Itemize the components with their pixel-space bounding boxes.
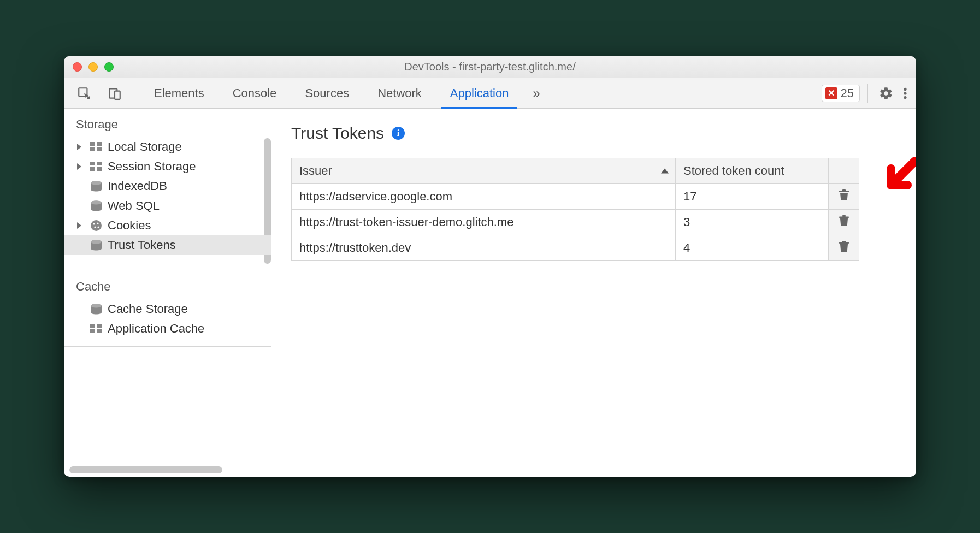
svg-rect-27	[90, 324, 95, 328]
trash-icon	[839, 189, 849, 200]
divider	[64, 346, 271, 347]
svg-point-19	[93, 223, 95, 224]
tab-label: Sources	[305, 86, 349, 100]
cell-count: 17	[676, 184, 829, 210]
chevron-right-icon	[77, 222, 81, 229]
info-icon[interactable]: i	[392, 127, 405, 140]
sidebar-item-trust-tokens[interactable]: Trust Tokens	[64, 235, 271, 255]
svg-rect-8	[90, 147, 95, 151]
grid-icon	[90, 162, 102, 171]
column-header-count[interactable]: Stored token count	[676, 158, 829, 184]
settings-button[interactable]	[876, 83, 896, 104]
delete-button[interactable]	[839, 241, 849, 252]
table-row[interactable]: https://trust-token-issuer-demo.glitch.m…	[292, 210, 859, 235]
column-header-issuer[interactable]: Issuer	[292, 158, 676, 184]
devtools-window: DevTools - first-party-test.glitch.me/ E…	[64, 56, 916, 477]
more-menu-button[interactable]	[900, 83, 911, 104]
error-count-badge[interactable]: ✕ 25	[822, 85, 860, 102]
sidebar-section-cache: Cache	[64, 271, 271, 299]
column-label: Issuer	[299, 164, 332, 177]
sidebar-item-cache-storage[interactable]: Cache Storage	[64, 299, 271, 319]
cookie-icon	[90, 220, 102, 232]
svg-point-18	[91, 220, 102, 231]
svg-rect-36	[842, 241, 846, 242]
sidebar-item-web-sql[interactable]: Web SQL	[64, 196, 271, 216]
svg-point-15	[91, 181, 102, 185]
trust-tokens-table: Issuer Stored token count https://adserv…	[291, 158, 859, 261]
sidebar-section-storage: Storage	[64, 109, 271, 137]
error-icon: ✕	[825, 87, 837, 99]
svg-rect-28	[97, 324, 102, 328]
divider	[867, 84, 868, 103]
sidebar-item-label: IndexedDB	[108, 179, 167, 193]
application-sidebar: Storage Local Storage Session Storage In…	[64, 109, 271, 477]
sidebar-item-application-cache[interactable]: Application Cache	[64, 319, 271, 339]
tab-elements[interactable]: Elements	[140, 78, 219, 108]
sidebar-item-label: Cookies	[108, 218, 151, 233]
column-label: Stored token count	[683, 164, 784, 177]
delete-button[interactable]	[839, 215, 849, 226]
tab-label: Console	[233, 86, 277, 100]
svg-point-22	[97, 226, 99, 228]
svg-rect-10	[90, 162, 95, 165]
sidebar-item-label: Session Storage	[108, 159, 196, 174]
svg-point-20	[97, 222, 98, 224]
svg-rect-34	[842, 215, 846, 217]
panel-heading: Trust Tokens i	[291, 124, 896, 143]
titlebar: DevTools - first-party-test.glitch.me/	[64, 56, 916, 78]
database-icon	[90, 304, 102, 315]
svg-point-17	[91, 201, 102, 205]
sidebar-item-indexeddb[interactable]: IndexedDB	[64, 176, 271, 196]
table-row[interactable]: https://trusttoken.dev 4	[292, 235, 859, 261]
column-header-actions	[829, 158, 859, 184]
database-icon	[90, 181, 102, 192]
close-window-button[interactable]	[73, 62, 82, 72]
panel-title-text: Trust Tokens	[291, 124, 384, 143]
svg-point-21	[94, 226, 96, 228]
cell-issuer: https://trusttoken.dev	[292, 235, 676, 261]
devtools-tabbar: Elements Console Sources Network Applica…	[64, 78, 916, 109]
chevron-right-icon	[77, 163, 81, 170]
svg-rect-6	[90, 142, 95, 146]
svg-rect-12	[90, 167, 95, 171]
svg-rect-2	[115, 91, 120, 99]
chevrons-right-icon: »	[533, 86, 540, 101]
cell-count: 3	[676, 210, 829, 235]
svg-rect-7	[97, 142, 102, 146]
sidebar-item-label: Cache Storage	[108, 302, 188, 316]
tab-network[interactable]: Network	[363, 78, 436, 108]
database-icon	[90, 200, 102, 211]
maximize-window-button[interactable]	[104, 62, 114, 72]
tab-application[interactable]: Application	[436, 78, 523, 108]
sidebar-horizontal-scrollbar[interactable]	[69, 466, 222, 473]
tab-label: Elements	[154, 86, 204, 100]
table-row[interactable]: https://adservice.google.com 17	[292, 184, 859, 210]
svg-point-24	[91, 240, 102, 244]
sidebar-item-label: Application Cache	[108, 322, 204, 336]
delete-button[interactable]	[839, 189, 849, 200]
svg-rect-13	[97, 167, 102, 171]
content: Storage Local Storage Session Storage In…	[64, 109, 916, 477]
minimize-window-button[interactable]	[88, 62, 98, 72]
tabs-overflow-button[interactable]: »	[523, 78, 550, 108]
device-toggle-icon[interactable]	[104, 83, 125, 104]
sidebar-item-session-storage[interactable]: Session Storage	[64, 157, 271, 176]
grid-icon	[90, 324, 102, 334]
svg-rect-9	[97, 147, 102, 151]
grid-icon	[90, 142, 102, 152]
tab-console[interactable]: Console	[219, 78, 291, 108]
sidebar-item-label: Web SQL	[108, 199, 160, 213]
svg-point-3	[904, 87, 906, 90]
sidebar-item-cookies[interactable]: Cookies	[64, 216, 271, 235]
trash-icon	[839, 215, 849, 226]
inspect-element-icon[interactable]	[74, 83, 95, 104]
divider	[64, 263, 271, 263]
svg-rect-30	[97, 329, 102, 333]
sidebar-item-local-storage[interactable]: Local Storage	[64, 137, 271, 157]
sidebar-item-label: Trust Tokens	[108, 238, 176, 252]
sidebar-item-label: Local Storage	[108, 140, 182, 154]
annotation-arrow-icon	[877, 156, 916, 199]
cell-issuer: https://adservice.google.com	[292, 184, 676, 210]
tab-sources[interactable]: Sources	[291, 78, 363, 108]
tab-label: Application	[450, 86, 509, 100]
